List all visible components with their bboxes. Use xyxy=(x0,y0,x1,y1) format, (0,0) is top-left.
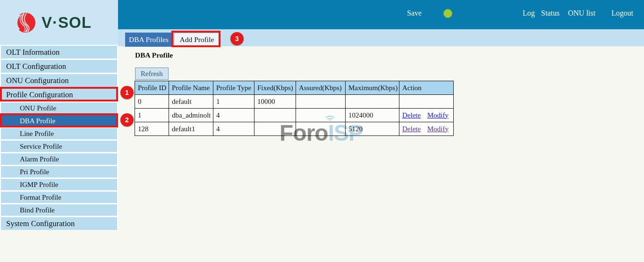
cell-profile-id: 128 xyxy=(135,122,169,136)
sidebar-item-onu-configuration[interactable]: ONU Configuration xyxy=(1,74,117,87)
dba-profile-table: Profile ID Profile Name Profile Type Fix… xyxy=(135,81,454,136)
sidebar-item-line-profile[interactable]: Line Profile xyxy=(1,128,117,139)
cell-maximum: 1024000 xyxy=(346,109,399,122)
cell-profile-name: default1 xyxy=(169,122,213,136)
tab-dba-profiles[interactable]: DBA Profiles xyxy=(125,33,172,47)
cell-assured xyxy=(296,95,346,109)
sidebar-item-onu-profile[interactable]: ONU Profile xyxy=(1,102,117,114)
topbar-link-status[interactable]: Status xyxy=(541,9,559,17)
sidebar-item-profile-configuration[interactable]: Profile Configuration xyxy=(1,88,117,101)
cell-fixed xyxy=(254,109,296,122)
table-header-row: Profile ID Profile Name Profile Type Fix… xyxy=(135,81,454,95)
column-header-profile-name: Profile Name xyxy=(169,81,213,95)
topbar-link-log[interactable]: Log xyxy=(523,9,535,17)
cell-fixed xyxy=(254,122,296,136)
vsol-logo-icon xyxy=(12,10,37,35)
page: V·SOL Save Log Status ONU list Logout DB… xyxy=(0,0,644,262)
column-header-assured: Assured(Kbps) xyxy=(296,81,346,95)
sidebar-item-igmp-profile[interactable]: IGMP Profile xyxy=(1,179,117,190)
topbar-link-logout[interactable]: Logout xyxy=(611,9,633,17)
sidebar-item-alarm-profile[interactable]: Alarm Profile xyxy=(1,153,117,165)
cell-maximum xyxy=(346,95,399,109)
sidebar-item-olt-information[interactable]: OLT Information xyxy=(1,46,117,59)
cell-profile-name: default xyxy=(169,95,213,109)
sidebar: OLT Information OLT Configuration ONU Co… xyxy=(0,45,118,230)
topbar-link-onu-list[interactable]: ONU list xyxy=(568,9,595,17)
cell-action xyxy=(399,95,454,109)
cell-profile-id: 1 xyxy=(135,109,169,122)
cell-assured xyxy=(296,109,346,122)
delete-link[interactable]: Delete xyxy=(402,111,421,119)
tab-bar: DBA Profiles Add Profile xyxy=(118,29,644,46)
cell-profile-type: 4 xyxy=(213,122,254,136)
column-header-profile-type: Profile Type xyxy=(213,81,254,95)
cell-profile-type: 1 xyxy=(213,95,254,109)
sidebar-item-olt-configuration[interactable]: OLT Configuration xyxy=(1,60,117,73)
sidebar-item-service-profile[interactable]: Service Profile xyxy=(1,141,117,152)
status-dot-icon xyxy=(443,9,452,18)
sidebar-item-format-profile[interactable]: Format Profile xyxy=(1,192,117,203)
annotation-badge-1: 1 xyxy=(120,86,134,99)
delete-link[interactable]: Delete xyxy=(402,125,421,133)
table-row: 128 default1 4 5120 Delete Modify xyxy=(135,122,454,136)
sidebar-item-bind-profile[interactable]: Bind Profile xyxy=(1,204,117,216)
cell-profile-name: dba_adminolt xyxy=(169,109,213,122)
page-title: DBA Profile xyxy=(135,51,173,59)
table-row: 1 dba_adminolt 4 1024000 Delete Modify xyxy=(135,109,454,122)
tab-add-profile[interactable]: Add Profile xyxy=(174,33,220,47)
brand-logo: V·SOL xyxy=(0,0,118,45)
cell-fixed: 10000 xyxy=(254,95,296,109)
topbar: Save Log Status ONU list Logout xyxy=(118,0,644,29)
cell-action: Delete Modify xyxy=(399,109,454,122)
table-row: 0 default 1 10000 xyxy=(135,95,454,109)
cell-maximum: 5120 xyxy=(346,122,399,136)
column-header-profile-id: Profile ID xyxy=(135,81,169,95)
column-header-maximum: Maximum(Kbps) xyxy=(346,81,399,95)
cell-profile-id: 0 xyxy=(135,95,169,109)
refresh-button[interactable]: Refresh xyxy=(135,68,169,80)
cell-assured xyxy=(296,122,346,136)
modify-link[interactable]: Modify xyxy=(427,125,449,133)
modify-link[interactable]: Modify xyxy=(427,111,449,119)
save-button[interactable]: Save xyxy=(407,9,422,17)
annotation-badge-2: 2 xyxy=(120,113,134,127)
sidebar-item-pri-profile[interactable]: Pri Profile xyxy=(1,166,117,177)
sidebar-item-system-configuration[interactable]: System Configuration xyxy=(1,217,117,230)
brand-name: V·SOL xyxy=(42,14,92,32)
cell-action: Delete Modify xyxy=(399,122,454,136)
column-header-fixed: Fixed(Kbps) xyxy=(254,81,296,95)
sidebar-item-dba-profile[interactable]: DBA Profile xyxy=(1,115,117,127)
column-header-action: Action xyxy=(399,81,454,95)
cell-profile-type: 4 xyxy=(213,109,254,122)
